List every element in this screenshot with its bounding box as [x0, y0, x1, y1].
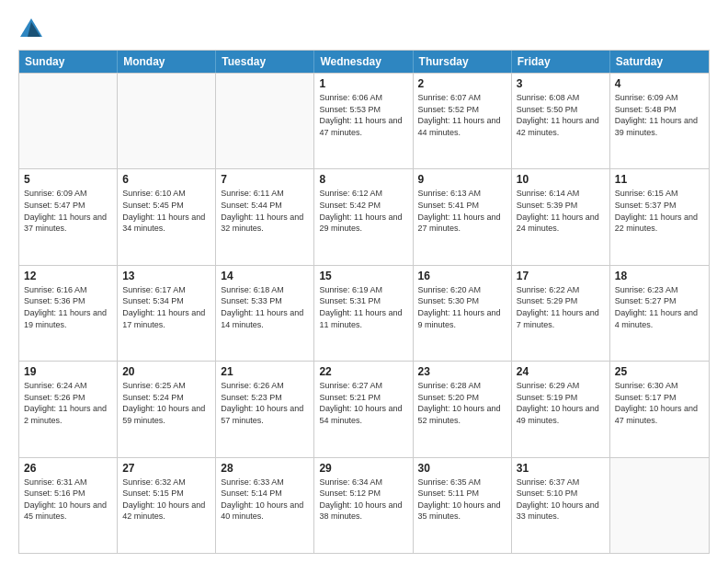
- cell-info: Sunrise: 6:30 AMSunset: 5:17 PMDaylight:…: [615, 380, 704, 426]
- day-number: 25: [615, 365, 704, 378]
- cal-cell: [610, 458, 709, 553]
- cal-cell: 5Sunrise: 6:09 AMSunset: 5:47 PMDaylight…: [19, 169, 118, 264]
- cal-cell: 8Sunrise: 6:12 AMSunset: 5:42 PMDaylight…: [314, 169, 413, 264]
- day-number: 14: [221, 270, 309, 282]
- header: [18, 17, 710, 42]
- day-number: 31: [517, 462, 605, 475]
- day-number: 22: [319, 365, 407, 378]
- cell-info: Sunrise: 6:13 AMSunset: 5:41 PMDaylight:…: [418, 188, 506, 234]
- week-row-4: 26Sunrise: 6:31 AMSunset: 5:16 PMDayligh…: [19, 457, 709, 553]
- day-header-monday: Monday: [118, 51, 216, 73]
- cal-cell: 26Sunrise: 6:31 AMSunset: 5:16 PMDayligh…: [19, 458, 118, 553]
- cell-info: Sunrise: 6:16 AMSunset: 5:36 PMDaylight:…: [24, 284, 112, 330]
- logo-icon: [18, 17, 44, 42]
- day-header-wednesday: Wednesday: [314, 51, 413, 73]
- day-number: 18: [615, 270, 704, 282]
- cell-info: Sunrise: 6:37 AMSunset: 5:10 PMDaylight:…: [517, 477, 605, 523]
- cell-info: Sunrise: 6:20 AMSunset: 5:30 PMDaylight:…: [418, 284, 506, 330]
- day-number: 1: [319, 77, 407, 90]
- cell-info: Sunrise: 6:32 AMSunset: 5:15 PMDaylight:…: [122, 477, 210, 523]
- cal-cell: 19Sunrise: 6:24 AMSunset: 5:26 PMDayligh…: [19, 362, 118, 456]
- cell-info: Sunrise: 6:18 AMSunset: 5:33 PMDaylight:…: [221, 284, 309, 330]
- cell-info: Sunrise: 6:24 AMSunset: 5:26 PMDaylight:…: [24, 380, 112, 426]
- cal-cell: 22Sunrise: 6:27 AMSunset: 5:21 PMDayligh…: [314, 362, 413, 456]
- calendar-body: 1Sunrise: 6:06 AMSunset: 5:53 PMDaylight…: [19, 73, 709, 553]
- cell-info: Sunrise: 6:09 AMSunset: 5:48 PMDaylight:…: [615, 92, 704, 138]
- cell-info: Sunrise: 6:15 AMSunset: 5:37 PMDaylight:…: [615, 188, 704, 234]
- day-number: 30: [418, 462, 506, 475]
- cal-cell: 24Sunrise: 6:29 AMSunset: 5:19 PMDayligh…: [512, 362, 610, 456]
- cell-info: Sunrise: 6:23 AMSunset: 5:27 PMDaylight:…: [615, 284, 704, 330]
- day-number: 27: [122, 462, 210, 475]
- calendar: SundayMondayTuesdayWednesdayThursdayFrid…: [18, 50, 710, 554]
- cal-cell: 4Sunrise: 6:09 AMSunset: 5:48 PMDaylight…: [610, 74, 709, 168]
- cell-info: Sunrise: 6:17 AMSunset: 5:34 PMDaylight:…: [122, 284, 210, 330]
- cal-cell: 12Sunrise: 6:16 AMSunset: 5:36 PMDayligh…: [19, 266, 118, 361]
- day-number: 2: [418, 77, 506, 90]
- day-number: 21: [221, 365, 309, 378]
- cell-info: Sunrise: 6:26 AMSunset: 5:23 PMDaylight:…: [221, 380, 309, 426]
- day-number: 19: [24, 365, 112, 378]
- week-row-1: 5Sunrise: 6:09 AMSunset: 5:47 PMDaylight…: [19, 168, 709, 264]
- cal-cell: 20Sunrise: 6:25 AMSunset: 5:24 PMDayligh…: [118, 362, 216, 456]
- cal-cell: 11Sunrise: 6:15 AMSunset: 5:37 PMDayligh…: [610, 169, 709, 264]
- cell-info: Sunrise: 6:25 AMSunset: 5:24 PMDaylight:…: [122, 380, 210, 426]
- day-number: 12: [24, 270, 112, 282]
- cell-info: Sunrise: 6:33 AMSunset: 5:14 PMDaylight:…: [221, 477, 309, 523]
- week-row-0: 1Sunrise: 6:06 AMSunset: 5:53 PMDaylight…: [19, 73, 709, 168]
- cell-info: Sunrise: 6:22 AMSunset: 5:29 PMDaylight:…: [517, 284, 605, 330]
- cell-info: Sunrise: 6:27 AMSunset: 5:21 PMDaylight:…: [319, 380, 407, 426]
- day-number: 20: [122, 365, 210, 378]
- day-number: 8: [319, 173, 407, 186]
- day-number: 3: [517, 77, 605, 90]
- day-number: 4: [615, 77, 704, 90]
- cal-cell: 30Sunrise: 6:35 AMSunset: 5:11 PMDayligh…: [414, 458, 512, 553]
- calendar-header: SundayMondayTuesdayWednesdayThursdayFrid…: [19, 51, 709, 73]
- cal-cell: 7Sunrise: 6:11 AMSunset: 5:44 PMDaylight…: [216, 169, 314, 264]
- cell-info: Sunrise: 6:12 AMSunset: 5:42 PMDaylight:…: [319, 188, 407, 234]
- cal-cell: 16Sunrise: 6:20 AMSunset: 5:30 PMDayligh…: [414, 266, 512, 361]
- day-number: 26: [24, 462, 112, 475]
- cell-info: Sunrise: 6:19 AMSunset: 5:31 PMDaylight:…: [319, 284, 407, 330]
- cal-cell: 2Sunrise: 6:07 AMSunset: 5:52 PMDaylight…: [414, 74, 512, 168]
- cell-info: Sunrise: 6:28 AMSunset: 5:20 PMDaylight:…: [418, 380, 506, 426]
- cell-info: Sunrise: 6:06 AMSunset: 5:53 PMDaylight:…: [319, 92, 407, 138]
- cal-cell: 28Sunrise: 6:33 AMSunset: 5:14 PMDayligh…: [216, 458, 314, 553]
- day-number: 23: [418, 365, 506, 378]
- cal-cell: 29Sunrise: 6:34 AMSunset: 5:12 PMDayligh…: [314, 458, 413, 553]
- day-number: 13: [122, 270, 210, 282]
- cell-info: Sunrise: 6:34 AMSunset: 5:12 PMDaylight:…: [319, 477, 407, 523]
- day-number: 29: [319, 462, 407, 475]
- day-header-friday: Friday: [512, 51, 610, 73]
- cal-cell: 3Sunrise: 6:08 AMSunset: 5:50 PMDaylight…: [512, 74, 610, 168]
- cal-cell: [118, 74, 216, 168]
- cal-cell: 23Sunrise: 6:28 AMSunset: 5:20 PMDayligh…: [414, 362, 512, 456]
- cell-info: Sunrise: 6:11 AMSunset: 5:44 PMDaylight:…: [221, 188, 309, 234]
- day-number: 15: [319, 270, 407, 282]
- cell-info: Sunrise: 6:07 AMSunset: 5:52 PMDaylight:…: [418, 92, 506, 138]
- day-number: 6: [122, 173, 210, 186]
- cell-info: Sunrise: 6:35 AMSunset: 5:11 PMDaylight:…: [418, 477, 506, 523]
- day-number: 9: [418, 173, 506, 186]
- cal-cell: 10Sunrise: 6:14 AMSunset: 5:39 PMDayligh…: [512, 169, 610, 264]
- cal-cell: 17Sunrise: 6:22 AMSunset: 5:29 PMDayligh…: [512, 266, 610, 361]
- cell-info: Sunrise: 6:14 AMSunset: 5:39 PMDaylight:…: [517, 188, 605, 234]
- cal-cell: 14Sunrise: 6:18 AMSunset: 5:33 PMDayligh…: [216, 266, 314, 361]
- cal-cell: 27Sunrise: 6:32 AMSunset: 5:15 PMDayligh…: [118, 458, 216, 553]
- cal-cell: 1Sunrise: 6:06 AMSunset: 5:53 PMDaylight…: [314, 74, 413, 168]
- day-header-thursday: Thursday: [414, 51, 512, 73]
- cal-cell: [216, 74, 314, 168]
- cal-cell: 6Sunrise: 6:10 AMSunset: 5:45 PMDaylight…: [118, 169, 216, 264]
- cal-cell: 21Sunrise: 6:26 AMSunset: 5:23 PMDayligh…: [216, 362, 314, 456]
- page: SundayMondayTuesdayWednesdayThursdayFrid…: [0, 0, 728, 563]
- day-number: 16: [418, 270, 506, 282]
- day-header-tuesday: Tuesday: [216, 51, 314, 73]
- day-header-saturday: Saturday: [610, 51, 709, 73]
- day-number: 24: [517, 365, 605, 378]
- day-number: 10: [517, 173, 605, 186]
- day-number: 5: [24, 173, 112, 186]
- cell-info: Sunrise: 6:10 AMSunset: 5:45 PMDaylight:…: [122, 188, 210, 234]
- logo: [18, 17, 48, 42]
- cal-cell: 31Sunrise: 6:37 AMSunset: 5:10 PMDayligh…: [512, 458, 610, 553]
- cal-cell: 25Sunrise: 6:30 AMSunset: 5:17 PMDayligh…: [610, 362, 709, 456]
